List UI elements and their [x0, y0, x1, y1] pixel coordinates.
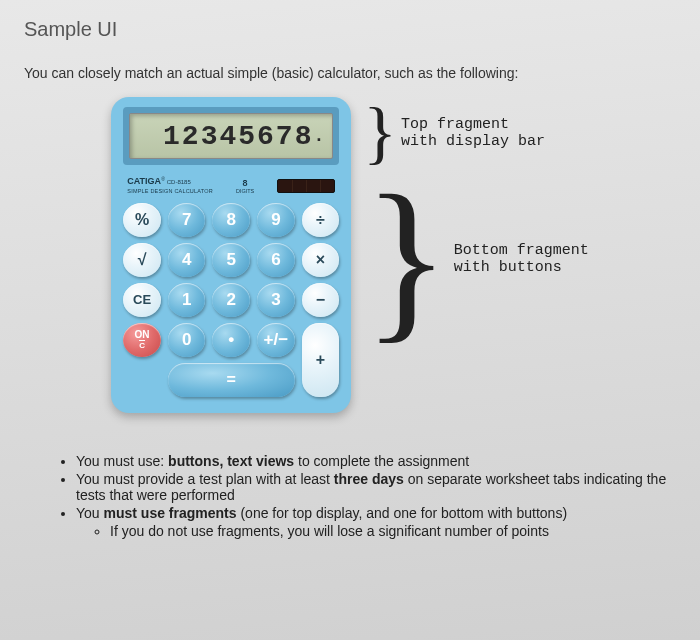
list-item: If you do not use fragments, you will lo… [110, 523, 676, 539]
solar-panel [277, 179, 335, 193]
display-screen: 12345678. [129, 113, 333, 159]
brand-model: CD-8185 [167, 179, 191, 185]
top-annotation: } Top fragment with display bar [363, 105, 588, 161]
divide-key[interactable]: ÷ [302, 203, 340, 237]
display-value: 12345678 [163, 121, 313, 152]
two-key[interactable]: 2 [212, 283, 250, 317]
on-label: ON [135, 330, 150, 340]
equals-key[interactable]: = [168, 363, 295, 397]
brand-sub: SIMPLE DESIGN CALCULATOR [127, 188, 213, 194]
multiply-key[interactable]: × [302, 243, 340, 277]
six-key[interactable]: 6 [257, 243, 295, 277]
keypad: % 7 8 9 ÷ √ 4 5 6 × CE 1 2 3 − ONC 0 • +… [123, 203, 339, 397]
spacer [123, 363, 161, 397]
on-key[interactable]: ONC [123, 323, 161, 357]
bottom-annot-text: Bottom fragment with buttons [454, 242, 589, 276]
seven-key[interactable]: 7 [168, 203, 206, 237]
ce-key[interactable]: CE [123, 283, 161, 317]
percent-key[interactable]: % [123, 203, 161, 237]
list-item: You must provide a test plan with at lea… [76, 471, 676, 503]
intro-text: You can closely match an actual simple (… [24, 65, 676, 81]
digits-label: 8 DIGITS [236, 178, 254, 194]
annotations: } Top fragment with display bar } Bottom… [363, 97, 588, 326]
plusminus-key[interactable]: +/− [257, 323, 295, 357]
brand-row: CATIGA® CD-8185 SIMPLE DESIGN CALCULATOR… [123, 175, 339, 203]
brand-left: CATIGA® CD-8185 SIMPLE DESIGN CALCULATOR [127, 177, 213, 195]
four-key[interactable]: 4 [168, 243, 206, 277]
sqrt-key[interactable]: √ [123, 243, 161, 277]
three-key[interactable]: 3 [257, 283, 295, 317]
requirements-list: You must use: buttons, text views to com… [24, 453, 676, 539]
top-annot-text: Top fragment with display bar [401, 116, 545, 150]
eight-key[interactable]: 8 [212, 203, 250, 237]
page-title: Sample UI [24, 18, 676, 41]
display-frame: 12345678. [123, 107, 339, 165]
plus-key[interactable]: + [302, 323, 340, 397]
c-label: C [139, 340, 145, 350]
bottom-annotation: } Bottom fragment with buttons [363, 191, 588, 326]
dot-key[interactable]: • [212, 323, 250, 357]
digits-word: DIGITS [236, 188, 254, 194]
nine-key[interactable]: 9 [257, 203, 295, 237]
brand-name: CATIGA [127, 176, 161, 186]
list-item: You must use: buttons, text views to com… [76, 453, 676, 469]
display-decimal: . [313, 126, 326, 146]
calculator-figure: 12345678. CATIGA® CD-8185 SIMPLE DESIGN … [24, 97, 676, 413]
minus-key[interactable]: − [302, 283, 340, 317]
zero-key[interactable]: 0 [168, 323, 206, 357]
five-key[interactable]: 5 [212, 243, 250, 277]
list-item: You must use fragments (one for top disp… [76, 505, 676, 539]
digits-num: 8 [243, 178, 248, 188]
brace-icon: } [363, 191, 449, 326]
one-key[interactable]: 1 [168, 283, 206, 317]
brace-icon: } [363, 105, 397, 161]
calculator-body: 12345678. CATIGA® CD-8185 SIMPLE DESIGN … [111, 97, 351, 413]
